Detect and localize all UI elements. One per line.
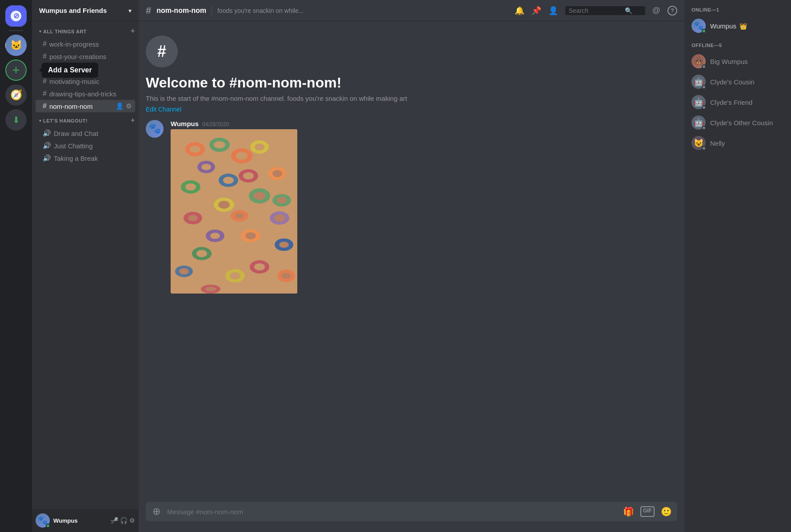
member-item-clydes-other-cousin[interactable]: 🤖 Clyde's Other Cousin xyxy=(688,113,787,132)
svg-point-8 xyxy=(272,170,282,177)
deafen-icon[interactable]: 🎧 xyxy=(120,517,128,524)
help-icon[interactable]: ? xyxy=(667,6,677,16)
header-search-input[interactable] xyxy=(569,7,622,14)
member-status-offline xyxy=(702,146,706,151)
member-avatar-clydes-other-cousin: 🤖 xyxy=(691,115,706,130)
channel-item-nom-nom-nom[interactable]: # nom-nom-nom 👤 ⚙ xyxy=(36,100,135,112)
pin-icon[interactable]: 📌 xyxy=(531,6,541,16)
explore-servers-icon[interactable]: 🧭 xyxy=(5,84,27,106)
channel-list: ▾ ALL THINGS ART + # work-in-progress # … xyxy=(32,21,139,509)
header-search-box[interactable]: 🔍 xyxy=(565,6,645,15)
svg-point-18 xyxy=(255,143,264,151)
svg-point-14 xyxy=(254,192,265,200)
member-name-clydes-cousin: Clyde's Cousin xyxy=(710,78,755,86)
category-add-voice-icon[interactable]: + xyxy=(130,116,135,125)
channel-header-hash-icon: # xyxy=(146,5,151,16)
cereal-image xyxy=(171,129,297,294)
welcome-channel-icon: # xyxy=(146,36,178,67)
message-group: 🐾 Wumpus 04/28/2020 xyxy=(139,116,684,297)
notification-bell-icon[interactable]: 🔔 xyxy=(515,6,524,16)
channel-item-post-your-creations[interactable]: # post-your-creations xyxy=(36,50,135,63)
download-icon[interactable]: ⬇ xyxy=(5,109,27,131)
member-item-nelly[interactable]: 😺 Nelly xyxy=(688,133,787,153)
svg-point-6 xyxy=(236,152,248,160)
svg-point-38 xyxy=(179,268,189,274)
members-sidebar: ONLINE—1 🐾 Wumpus 👑 OFFLINE—5 🐻 Big Wump… xyxy=(684,0,791,532)
server-header[interactable]: Wumpus and Friends ▾ xyxy=(32,0,139,21)
voice-channel-just-chatting[interactable]: 🔊 Just Chatting xyxy=(36,139,135,152)
add-member-icon[interactable]: 👤 xyxy=(116,102,124,110)
mute-icon[interactable]: 🎤 xyxy=(111,517,118,524)
chat-input-plus-icon[interactable]: ⊕ xyxy=(151,506,162,517)
gif-button[interactable]: GIF xyxy=(640,506,655,517)
channel-header-actions: 🔔 📌 👤 🔍 @ ? xyxy=(515,6,677,16)
message-content: Wumpus 04/28/2020 xyxy=(171,120,677,294)
add-server-button[interactable]: + xyxy=(5,60,27,81)
emoji-icon[interactable]: 🙂 xyxy=(661,506,672,517)
channel-name-work-in-progress: work-in-progress xyxy=(49,40,132,48)
hash-icon: # xyxy=(43,65,47,73)
member-name-big-wumpus: Big Wumpus xyxy=(710,58,748,65)
voice-channel-taking-a-break[interactable]: 🔊 Taking a Break xyxy=(36,152,135,164)
member-name-nelly: Nelly xyxy=(710,139,725,147)
category-header-all-things-art[interactable]: ▾ ALL THINGS ART + xyxy=(32,25,139,38)
hash-icon: # xyxy=(43,90,47,98)
svg-point-22 xyxy=(230,272,240,279)
chat-input-box: ⊕ 🎁 GIF 🙂 xyxy=(146,502,677,521)
voice-channel-name-just-chatting: Just Chatting xyxy=(54,142,93,150)
member-status-online xyxy=(702,29,706,33)
speaker-icon: 🔊 xyxy=(43,154,51,162)
channel-name-post-your-creations: post-your-creations xyxy=(49,53,132,60)
channel-item-drawing-tips[interactable]: # drawing-tips-and-tricks xyxy=(36,87,135,100)
channel-name-drawing-tips: drawing-tips-and-tricks xyxy=(49,90,132,98)
chat-message-input[interactable] xyxy=(167,508,618,516)
category-header-lets-hangout[interactable]: ▾ LET'S HANGOUT! + xyxy=(32,114,139,127)
voice-channel-name-draw-and-chat: Draw and Chat xyxy=(54,130,98,137)
speaker-icon: 🔊 xyxy=(43,129,51,137)
svg-point-24 xyxy=(201,164,211,170)
member-item-clydes-cousin[interactable]: 🤖 Clyde's Cousin xyxy=(688,72,787,91)
channel-item-inspiring-artists[interactable]: # inspiring-artists xyxy=(36,63,135,75)
member-item-big-wumpus[interactable]: 🐻 Big Wumpus xyxy=(688,52,787,71)
search-icon: 🔍 xyxy=(625,7,632,14)
member-item-wumpus[interactable]: 🐾 Wumpus 👑 xyxy=(688,16,787,36)
channel-item-motivating-music[interactable]: # motivating-music xyxy=(36,75,135,87)
category-add-icon[interactable]: + xyxy=(130,27,135,36)
members-icon[interactable]: 👤 xyxy=(548,6,558,16)
server-icon-wumpus-friends[interactable]: 🐱 xyxy=(5,35,27,56)
online-section-title: ONLINE—1 xyxy=(688,7,787,12)
channel-item-work-in-progress[interactable]: # work-in-progress xyxy=(36,38,135,50)
chat-input-area: ⊕ 🎁 GIF 🙂 xyxy=(139,502,684,532)
message-author-name: Wumpus xyxy=(171,120,199,127)
user-panel: 🐾 Wumpus 🎤 🎧 ⚙ xyxy=(32,509,139,532)
category-chevron-icon: ▾ xyxy=(39,118,41,123)
settings-icon[interactable]: ⚙ xyxy=(126,102,132,110)
gift-icon[interactable]: 🎁 xyxy=(623,506,634,517)
category-chevron-icon: ▾ xyxy=(39,29,41,34)
svg-point-28 xyxy=(210,233,220,239)
user-avatar-wrapper: 🐾 xyxy=(36,513,50,528)
channel-sidebar: Wumpus and Friends ▾ ▾ ALL THINGS ART + … xyxy=(32,0,139,532)
message-timestamp: 04/28/2020 xyxy=(202,121,229,127)
user-info: Wumpus xyxy=(53,517,107,524)
offline-section-title: OFFLINE—5 xyxy=(688,43,787,48)
channel-name-nom-nom-nom: nom-nom-nom xyxy=(49,103,113,110)
main-content: # nom-nom-nom foods you're snackin on wh… xyxy=(139,0,684,532)
svg-point-30 xyxy=(243,172,254,179)
member-name-clydes-friend: Clyde's Friend xyxy=(710,99,752,106)
server-sidebar: ⊘ 🐱 + Add a Server 🧭 ⬇ xyxy=(0,0,32,532)
chat-input-actions: 🎁 GIF 🙂 xyxy=(623,506,672,517)
svg-point-12 xyxy=(185,183,196,191)
member-avatar-clydes-cousin: 🤖 xyxy=(691,75,706,89)
welcome-description: This is the start of the #nom-nom-nom ch… xyxy=(146,95,677,102)
edit-channel-link[interactable]: Edit Channel xyxy=(146,106,677,113)
category-name-all-things-art: ALL THINGS ART xyxy=(43,29,87,34)
member-item-clydes-friend[interactable]: 🤖 Clyde's Friend xyxy=(688,92,787,112)
member-status-offline xyxy=(702,64,706,69)
voice-channel-draw-and-chat[interactable]: 🔊 Draw and Chat xyxy=(36,127,135,139)
inbox-icon[interactable]: @ xyxy=(652,6,660,15)
user-settings-icon[interactable]: ⚙ xyxy=(129,517,135,524)
speaker-icon: 🔊 xyxy=(43,142,51,150)
category-lets-hangout: ▾ LET'S HANGOUT! + 🔊 Draw and Chat 🔊 Jus… xyxy=(32,114,139,164)
discord-home-icon[interactable]: ⊘ xyxy=(5,5,27,27)
